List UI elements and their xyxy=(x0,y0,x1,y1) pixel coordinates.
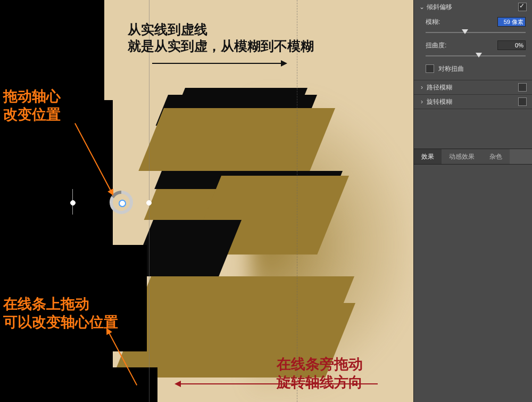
tab-motion[interactable]: 动感效果 xyxy=(442,149,482,164)
tilt-hub-center[interactable] xyxy=(119,200,126,207)
tab-noise[interactable]: 杂色 xyxy=(482,149,510,164)
symmetric-distortion-checkbox[interactable] xyxy=(426,64,434,73)
tilt-enable-checkbox[interactable] xyxy=(518,3,527,11)
tab-effect[interactable]: 效果 xyxy=(414,149,442,164)
chevron-right-icon: › xyxy=(419,84,425,91)
section-title: 倾斜偏移 xyxy=(427,3,452,12)
chevron-down-icon: ⌄ xyxy=(419,3,425,11)
section-title: 旋转模糊 xyxy=(427,97,452,106)
section-path-blur: › 路径模糊 xyxy=(414,80,532,95)
blur-value-field[interactable]: 59 像素 xyxy=(497,17,526,27)
distortion-value-field[interactable]: 0% xyxy=(497,40,526,50)
shape-piece xyxy=(140,276,354,303)
section-spin-blur: › 旋转模糊 xyxy=(414,95,532,109)
shape-piece xyxy=(138,108,335,171)
tilt-dashed-guide[interactable] xyxy=(297,0,297,402)
chevron-right-icon: › xyxy=(419,98,425,105)
annotation-hub: 拖动轴心 改变位置 xyxy=(3,88,61,124)
annotation-top: 从实线到虚线 就是从实到虚，从模糊到不模糊 xyxy=(128,21,314,55)
lower-tabs: 效果 动感效果 杂色 xyxy=(414,149,532,165)
annotation-rotate: 在线条旁拖动 旋转轴线方向 xyxy=(277,356,363,392)
section-header-tilt[interactable]: ⌄ 倾斜偏移 xyxy=(414,0,532,14)
left-handle-dot[interactable] xyxy=(70,200,76,206)
section-tilt-shift: ⌄ 倾斜偏移 模糊: 59 像素 扭曲度: 0% xyxy=(414,0,532,80)
blur-label: 模糊: xyxy=(426,18,449,27)
properties-panel: ⌄ 倾斜偏移 模糊: 59 像素 扭曲度: 0% xyxy=(413,0,532,402)
section-title: 路径模糊 xyxy=(427,83,452,92)
section-header-path[interactable]: › 路径模糊 xyxy=(414,80,532,94)
annotation-line: 在线条上拖动 可以改变轴心位置 xyxy=(3,296,118,332)
canvas-wrap: 从实线到虚线 就是从实到虚，从模糊到不模糊 拖动轴心 改变位置 在线条上拖动 可… xyxy=(0,0,414,402)
section-header-spin[interactable]: › 旋转模糊 xyxy=(414,95,532,109)
path-enable-checkbox[interactable] xyxy=(518,83,527,92)
blur-slider[interactable] xyxy=(426,29,526,36)
annotation-rotate-arrow xyxy=(176,383,378,384)
spin-enable-checkbox[interactable] xyxy=(518,97,527,106)
annotation-top-arrow xyxy=(152,63,286,64)
distortion-label: 扭曲度: xyxy=(426,41,449,50)
mask-piece xyxy=(104,100,113,398)
mid-handle-dot[interactable] xyxy=(146,200,152,206)
distortion-slider[interactable] xyxy=(426,52,526,60)
symmetric-distortion-label: 对称扭曲 xyxy=(438,64,464,73)
